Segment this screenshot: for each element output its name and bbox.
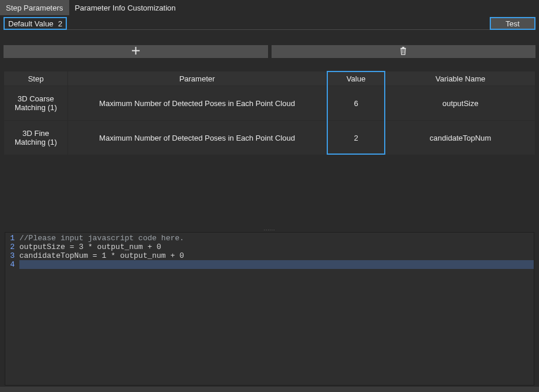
line-number: 4 <box>5 260 15 269</box>
trash-icon <box>399 46 408 57</box>
plus-icon <box>131 46 140 57</box>
horizontal-splitter[interactable]: ······ <box>0 227 539 232</box>
table-row[interactable]: 3D Coarse Matching (1) Maximum Number of… <box>4 86 535 120</box>
table-row[interactable]: 3D Fine Matching (1) Maximum Number of D… <box>4 121 535 155</box>
add-delete-row <box>4 45 535 58</box>
table-empty-area <box>4 155 535 227</box>
col-header-step[interactable]: Step <box>4 71 67 86</box>
editor-gutter: 1 2 3 4 <box>5 233 17 385</box>
code-line[interactable]: //Please input javascript code here. <box>19 234 534 243</box>
svg-rect-4 <box>402 50 403 53</box>
test-button[interactable]: Test <box>490 17 535 30</box>
default-value-label: Default Value <box>8 19 53 28</box>
default-value-row: Default Value 2 Test <box>4 17 535 30</box>
horizontal-scrollbar[interactable] <box>0 387 539 392</box>
line-number: 2 <box>5 243 15 251</box>
col-header-parameter[interactable]: Parameter <box>68 71 326 86</box>
parameter-table-wrap: Step Parameter Value Variable Name 3D Co… <box>4 71 535 155</box>
add-button[interactable] <box>4 45 268 58</box>
cell-parameter: Maximum Number of Detected Poses in Each… <box>68 86 326 120</box>
line-number: 3 <box>5 251 15 260</box>
cell-value[interactable]: 6 <box>327 86 385 120</box>
code-editor[interactable]: 1 2 3 4 //Please input javascript code h… <box>5 232 534 386</box>
tab-parameter-info-customization[interactable]: Parameter Info Customization <box>69 0 182 15</box>
cell-variable: candidateTopNum <box>386 121 535 155</box>
tab-step-parameters[interactable]: Step Parameters <box>0 0 69 15</box>
cell-value[interactable]: 2 <box>327 121 385 155</box>
default-value-box[interactable]: Default Value 2 <box>4 17 67 30</box>
svg-rect-5 <box>404 50 405 53</box>
default-value-value[interactable]: 2 <box>58 19 62 28</box>
svg-rect-3 <box>402 47 405 48</box>
line-number: 1 <box>5 234 15 243</box>
col-header-value[interactable]: Value <box>327 71 385 86</box>
svg-rect-2 <box>401 48 406 49</box>
editor-content[interactable]: //Please input javascript code here. out… <box>17 233 534 385</box>
cell-parameter: Maximum Number of Detected Poses in Each… <box>68 121 326 155</box>
table-header-row: Step Parameter Value Variable Name <box>4 71 535 86</box>
code-line-selected[interactable] <box>19 260 534 269</box>
col-header-variable[interactable]: Variable Name <box>386 71 535 86</box>
cell-step: 3D Coarse Matching (1) <box>4 86 67 120</box>
svg-rect-1 <box>132 50 140 52</box>
delete-button[interactable] <box>272 45 536 58</box>
parameter-table: Step Parameter Value Variable Name 3D Co… <box>4 71 535 155</box>
cell-variable: outputSize <box>386 86 535 120</box>
panel-root: { "tabs": { "active": "Step Parameters",… <box>0 0 539 392</box>
code-line[interactable]: outputSize = 3 * output_num + 0 <box>19 243 534 251</box>
code-line[interactable]: candidateTopNum = 1 * output_num + 0 <box>19 251 534 260</box>
cell-step: 3D Fine Matching (1) <box>4 121 67 155</box>
default-value-input[interactable] <box>67 17 490 30</box>
tabs-bar: Step Parameters Parameter Info Customiza… <box>0 0 539 15</box>
